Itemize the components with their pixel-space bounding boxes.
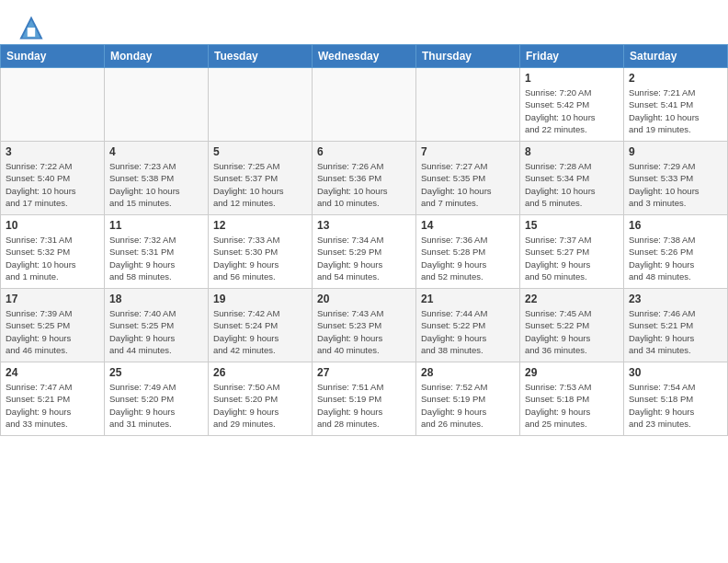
day-info: Sunrise: 7:36 AM Sunset: 5:28 PM Dayligh… [421, 234, 515, 282]
calendar-week-row: 24Sunrise: 7:47 AM Sunset: 5:21 PM Dayli… [1, 362, 728, 436]
day-number: 28 [421, 366, 515, 379]
calendar-cell: 18Sunrise: 7:40 AM Sunset: 5:25 PM Dayli… [105, 289, 209, 362]
calendar-cell [105, 68, 209, 142]
day-number: 13 [317, 219, 411, 232]
day-info: Sunrise: 7:53 AM Sunset: 5:18 PM Dayligh… [525, 381, 619, 430]
day-number: 24 [6, 366, 99, 379]
calendar-cell: 8Sunrise: 7:28 AM Sunset: 5:34 PM Daylig… [520, 142, 624, 215]
day-number: 16 [629, 219, 722, 232]
calendar-cell: 4Sunrise: 7:23 AM Sunset: 5:38 PM Daylig… [105, 142, 209, 215]
calendar-cell: 23Sunrise: 7:46 AM Sunset: 5:21 PM Dayli… [624, 289, 728, 362]
day-number: 5 [213, 145, 307, 158]
day-number: 26 [213, 366, 307, 379]
day-number: 20 [317, 293, 411, 305]
day-info: Sunrise: 7:37 AM Sunset: 5:27 PM Dayligh… [525, 234, 619, 282]
day-info: Sunrise: 7:29 AM Sunset: 5:33 PM Dayligh… [629, 160, 722, 209]
day-number: 9 [629, 145, 722, 158]
calendar-week-row: 1Sunrise: 7:20 AM Sunset: 5:42 PM Daylig… [1, 68, 728, 142]
day-info: Sunrise: 7:21 AM Sunset: 5:41 PM Dayligh… [629, 86, 722, 135]
svg-rect-2 [28, 28, 35, 37]
calendar-cell: 16Sunrise: 7:38 AM Sunset: 5:26 PM Dayli… [624, 215, 728, 289]
day-info: Sunrise: 7:20 AM Sunset: 5:42 PM Dayligh… [525, 86, 619, 135]
day-number: 25 [109, 366, 203, 379]
day-info: Sunrise: 7:39 AM Sunset: 5:25 PM Dayligh… [6, 307, 99, 356]
day-info: Sunrise: 7:23 AM Sunset: 5:38 PM Dayligh… [109, 160, 203, 209]
calendar-week-row: 10Sunrise: 7:31 AM Sunset: 5:32 PM Dayli… [1, 215, 728, 289]
weekday-header: Saturday [624, 45, 728, 68]
calendar-cell: 9Sunrise: 7:29 AM Sunset: 5:33 PM Daylig… [624, 142, 728, 215]
day-info: Sunrise: 7:42 AM Sunset: 5:24 PM Dayligh… [213, 307, 307, 356]
logo [18, 15, 48, 40]
weekday-header: Friday [520, 45, 624, 68]
calendar-cell: 13Sunrise: 7:34 AM Sunset: 5:29 PM Dayli… [313, 215, 416, 289]
day-info: Sunrise: 7:49 AM Sunset: 5:20 PM Dayligh… [109, 381, 203, 430]
calendar-cell: 30Sunrise: 7:54 AM Sunset: 5:18 PM Dayli… [624, 362, 728, 436]
weekday-header: Tuesday [209, 45, 313, 68]
day-info: Sunrise: 7:34 AM Sunset: 5:29 PM Dayligh… [317, 234, 411, 282]
day-number: 2 [629, 72, 722, 85]
calendar-cell: 24Sunrise: 7:47 AM Sunset: 5:21 PM Dayli… [1, 362, 105, 436]
weekday-header: Monday [105, 45, 209, 68]
day-number: 1 [525, 72, 619, 85]
weekday-header: Sunday [1, 45, 105, 68]
day-info: Sunrise: 7:47 AM Sunset: 5:21 PM Dayligh… [6, 381, 99, 430]
day-info: Sunrise: 7:28 AM Sunset: 5:34 PM Dayligh… [525, 160, 619, 209]
day-number: 23 [629, 293, 722, 305]
calendar-cell: 20Sunrise: 7:43 AM Sunset: 5:23 PM Dayli… [313, 289, 416, 362]
calendar-cell: 21Sunrise: 7:44 AM Sunset: 5:22 PM Dayli… [416, 289, 520, 362]
day-number: 4 [109, 145, 203, 158]
day-info: Sunrise: 7:50 AM Sunset: 5:20 PM Dayligh… [213, 381, 307, 430]
calendar-cell: 17Sunrise: 7:39 AM Sunset: 5:25 PM Dayli… [1, 289, 105, 362]
calendar-cell: 29Sunrise: 7:53 AM Sunset: 5:18 PM Dayli… [520, 362, 624, 436]
day-number: 7 [421, 145, 515, 158]
day-info: Sunrise: 7:25 AM Sunset: 5:37 PM Dayligh… [213, 160, 307, 209]
calendar-cell: 7Sunrise: 7:27 AM Sunset: 5:35 PM Daylig… [416, 142, 520, 215]
day-number: 21 [421, 293, 515, 305]
calendar-cell: 6Sunrise: 7:26 AM Sunset: 5:36 PM Daylig… [313, 142, 416, 215]
day-info: Sunrise: 7:54 AM Sunset: 5:18 PM Dayligh… [629, 381, 722, 430]
calendar-cell: 26Sunrise: 7:50 AM Sunset: 5:20 PM Dayli… [209, 362, 313, 436]
weekday-header: Thursday [416, 45, 520, 68]
calendar-cell: 14Sunrise: 7:36 AM Sunset: 5:28 PM Dayli… [416, 215, 520, 289]
day-info: Sunrise: 7:27 AM Sunset: 5:35 PM Dayligh… [421, 160, 515, 209]
day-info: Sunrise: 7:44 AM Sunset: 5:22 PM Dayligh… [421, 307, 515, 356]
day-info: Sunrise: 7:22 AM Sunset: 5:40 PM Dayligh… [6, 160, 99, 209]
day-info: Sunrise: 7:45 AM Sunset: 5:22 PM Dayligh… [525, 307, 619, 356]
day-number: 22 [525, 293, 619, 305]
calendar-cell [313, 68, 416, 142]
calendar-cell [416, 68, 520, 142]
calendar-cell: 11Sunrise: 7:32 AM Sunset: 5:31 PM Dayli… [105, 215, 209, 289]
calendar-cell [209, 68, 313, 142]
day-number: 10 [6, 219, 99, 232]
day-number: 14 [421, 219, 515, 232]
day-number: 18 [109, 293, 203, 305]
calendar-cell: 25Sunrise: 7:49 AM Sunset: 5:20 PM Dayli… [105, 362, 209, 436]
calendar-cell: 12Sunrise: 7:33 AM Sunset: 5:30 PM Dayli… [209, 215, 313, 289]
calendar-cell: 1Sunrise: 7:20 AM Sunset: 5:42 PM Daylig… [520, 68, 624, 142]
logo-icon [18, 15, 44, 40]
day-number: 6 [317, 145, 411, 158]
day-info: Sunrise: 7:33 AM Sunset: 5:30 PM Dayligh… [213, 234, 307, 282]
weekday-header: Wednesday [313, 45, 416, 68]
calendar-cell: 3Sunrise: 7:22 AM Sunset: 5:40 PM Daylig… [1, 142, 105, 215]
day-number: 3 [6, 145, 99, 158]
day-number: 11 [109, 219, 203, 232]
day-number: 29 [525, 366, 619, 379]
day-info: Sunrise: 7:32 AM Sunset: 5:31 PM Dayligh… [109, 234, 203, 282]
day-info: Sunrise: 7:52 AM Sunset: 5:19 PM Dayligh… [421, 381, 515, 430]
day-info: Sunrise: 7:40 AM Sunset: 5:25 PM Dayligh… [109, 307, 203, 356]
day-info: Sunrise: 7:38 AM Sunset: 5:26 PM Dayligh… [629, 234, 722, 282]
calendar-cell: 27Sunrise: 7:51 AM Sunset: 5:19 PM Dayli… [313, 362, 416, 436]
calendar-header-row: SundayMondayTuesdayWednesdayThursdayFrid… [1, 45, 728, 68]
calendar-cell: 28Sunrise: 7:52 AM Sunset: 5:19 PM Dayli… [416, 362, 520, 436]
day-number: 27 [317, 366, 411, 379]
calendar-cell: 2Sunrise: 7:21 AM Sunset: 5:41 PM Daylig… [624, 68, 728, 142]
calendar-week-row: 3Sunrise: 7:22 AM Sunset: 5:40 PM Daylig… [1, 142, 728, 215]
calendar-cell [1, 68, 105, 142]
day-info: Sunrise: 7:43 AM Sunset: 5:23 PM Dayligh… [317, 307, 411, 356]
page-header [0, 0, 728, 44]
day-number: 8 [525, 145, 619, 158]
day-number: 12 [213, 219, 307, 232]
day-info: Sunrise: 7:26 AM Sunset: 5:36 PM Dayligh… [317, 160, 411, 209]
day-number: 30 [629, 366, 722, 379]
